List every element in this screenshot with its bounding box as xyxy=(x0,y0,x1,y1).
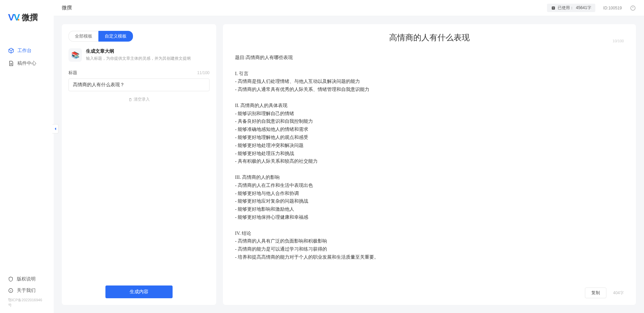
title-field-label: 标题 xyxy=(68,70,77,76)
document-icon xyxy=(8,60,14,66)
sidebar-collapse-handle[interactable] xyxy=(52,124,58,134)
nav-drafts[interactable]: 稿件中心 xyxy=(0,57,54,70)
nav-label: 稿件中心 xyxy=(17,60,36,66)
footer-about[interactable]: 关于我们 xyxy=(0,285,54,296)
tab-all-templates[interactable]: 全部模板 xyxy=(68,31,98,42)
nav-workbench[interactable]: 工作台 xyxy=(0,44,54,57)
shield-icon xyxy=(8,276,13,282)
info-icon xyxy=(8,288,13,293)
usage-prefix: 已使用： xyxy=(558,5,574,11)
title-input[interactable] xyxy=(68,79,210,91)
template-card: 📚 生成文章大纲 输入标题，为你提供文章主体的灵感，并为其创建推文提纲 xyxy=(68,48,210,62)
svg-text:T: T xyxy=(553,7,554,9)
content: 全部模板 自定义模板 📚 生成文章大纲 输入标题，为你提供文章主体的灵感，并为其… xyxy=(54,16,644,313)
article-body[interactable]: 题目:高情商的人有哪些表现 I. 引言 - 高情商是指人们处理情绪、与他人互动以… xyxy=(235,54,624,261)
usage-badge[interactable]: T 已使用： 45641字 xyxy=(547,4,595,12)
article-title[interactable]: 高情商的人有什么表现 xyxy=(235,32,624,43)
template-icon: 📚 xyxy=(68,48,82,62)
footer-copyright[interactable]: 版权说明 xyxy=(0,273,54,285)
text-icon: T xyxy=(551,6,556,10)
logo-text: 微撰 xyxy=(22,12,38,23)
clear-input-button[interactable]: 清空录入 xyxy=(68,97,210,102)
article-word-count: 404字 xyxy=(613,290,624,296)
user-id: ID:100519 xyxy=(603,6,622,10)
sidebar: VV. 微撰 工作台 稿件中心 版权说明 关于我们 鄂ICP备202201694… xyxy=(0,0,54,313)
article-title-count: 10/100 xyxy=(612,39,624,43)
footer-label: 版权说明 xyxy=(17,276,36,282)
main: 微撰 T 已使用： 45641字 ID:100519 全部模板 自定义模板 📚 xyxy=(54,0,644,313)
icp-text: 鄂ICP备2022016946号 xyxy=(0,296,54,309)
page-title: 微撰 xyxy=(62,5,72,11)
generate-button[interactable]: 生成内容 xyxy=(105,285,173,298)
sidebar-nav: 工作台 稿件中心 xyxy=(0,44,54,70)
power-icon[interactable] xyxy=(630,5,636,11)
title-char-count: 11/100 xyxy=(197,70,210,75)
trash-icon xyxy=(128,98,132,102)
sidebar-footer: 版权说明 关于我们 鄂ICP备2022016946号 xyxy=(0,273,54,313)
tab-custom-templates[interactable]: 自定义模板 xyxy=(98,31,133,42)
right-panel-footer: 复制 404字 xyxy=(585,288,624,298)
footer-label: 关于我们 xyxy=(17,288,36,294)
logo[interactable]: VV. 微撰 xyxy=(0,0,54,31)
copy-button[interactable]: 复制 xyxy=(585,288,606,298)
logo-mark: VV. xyxy=(8,12,19,23)
template-tabs: 全部模板 自定义模板 xyxy=(68,31,210,42)
chevron-left-icon xyxy=(54,127,57,131)
topbar: 微撰 T 已使用： 45641字 ID:100519 xyxy=(54,0,644,16)
cube-icon xyxy=(8,48,14,54)
clear-label: 清空录入 xyxy=(134,97,150,102)
template-desc: 输入标题，为你提供文章主体的灵感，并为其创建推文提纲 xyxy=(86,56,191,61)
nav-label: 工作台 xyxy=(17,48,32,54)
right-panel: 高情商的人有什么表现 10/100 题目:高情商的人有哪些表现 I. 引言 - … xyxy=(223,24,636,305)
template-title: 生成文章大纲 xyxy=(86,48,191,54)
left-panel: 全部模板 自定义模板 📚 生成文章大纲 输入标题，为你提供文章主体的灵感，并为其… xyxy=(62,24,216,305)
usage-value: 45641字 xyxy=(576,5,591,11)
